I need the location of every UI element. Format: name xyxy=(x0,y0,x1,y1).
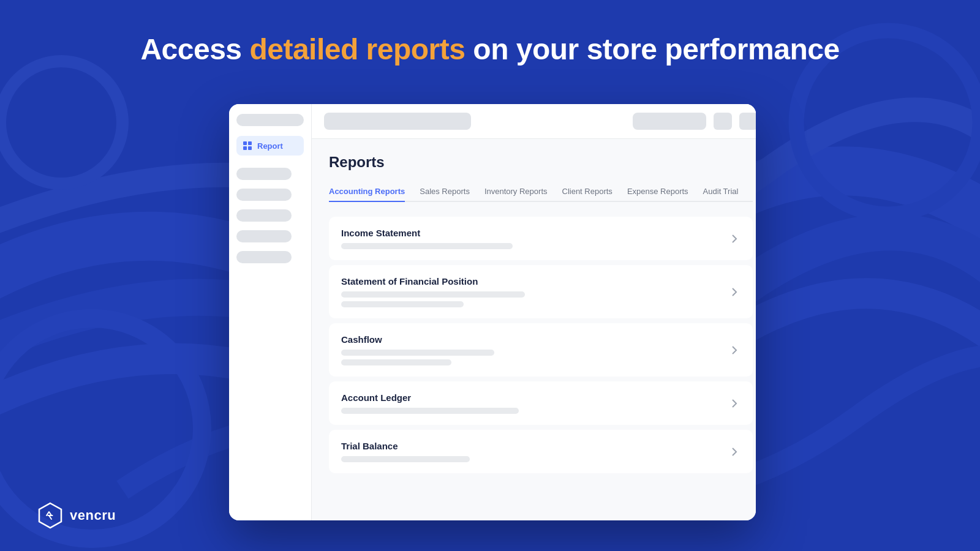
chevron-right-icon xyxy=(728,397,741,410)
chevron-right-icon xyxy=(728,233,741,245)
chevron-right-icon xyxy=(728,446,741,458)
page-title: Reports xyxy=(329,154,753,171)
tab-inventory-reports[interactable]: Inventory Reports xyxy=(484,182,548,202)
sk-line-1 xyxy=(341,350,494,356)
sidebar-sk-4 xyxy=(236,230,292,242)
report-item-title: Income Statement xyxy=(341,228,728,238)
topbar xyxy=(312,104,756,139)
sidebar-skeleton-top xyxy=(236,114,304,126)
logo-icon xyxy=(37,502,64,529)
chevron-right-icon xyxy=(728,286,741,298)
hero-title-highlight: detailed reports xyxy=(249,33,465,66)
sk-line-2 xyxy=(341,359,451,365)
tab-expense-reports[interactable]: Expense Reports xyxy=(627,182,688,202)
report-skeleton-lines xyxy=(341,291,728,307)
topbar-icon-2 xyxy=(739,113,756,130)
report-skeleton-lines xyxy=(341,350,728,365)
tabs-bar: Accounting Reports Sales Reports Invento… xyxy=(329,182,753,202)
app-window: Report Reports Accounting Reports Sales … xyxy=(229,104,756,520)
topbar-search-skeleton xyxy=(324,113,471,130)
main-content: Reports Accounting Reports Sales Reports… xyxy=(312,104,756,520)
svg-rect-6 xyxy=(248,146,252,150)
tab-sales-reports[interactable]: Sales Reports xyxy=(420,182,470,202)
sk-line-1 xyxy=(341,456,470,462)
report-item-left: Cashflow xyxy=(341,334,728,365)
sk-line-1 xyxy=(341,243,513,249)
report-item-trial-balance[interactable]: Trial Balance xyxy=(329,430,753,473)
sidebar-sk-1 xyxy=(236,168,292,180)
sidebar-skeleton-list xyxy=(236,168,304,263)
report-item-left: Income Statement xyxy=(341,228,728,249)
tab-audit-trial[interactable]: Audit Trial xyxy=(703,182,739,202)
report-item-title: Cashflow xyxy=(341,334,728,345)
svg-point-2 xyxy=(0,61,123,184)
report-list: Income Statement Statement of Fina xyxy=(329,217,753,478)
hero-title-prefix: Access xyxy=(140,33,249,66)
topbar-action-skeleton xyxy=(633,113,706,130)
svg-rect-3 xyxy=(243,141,247,145)
svg-rect-5 xyxy=(243,146,247,150)
chevron-right-icon xyxy=(728,344,741,356)
hero-title: Access detailed reports on your store pe… xyxy=(0,32,980,67)
grid-icon xyxy=(243,141,252,151)
sidebar-sk-5 xyxy=(236,251,292,263)
report-skeleton-lines xyxy=(341,456,728,462)
sidebar: Report xyxy=(229,104,312,520)
hero-title-suffix: on your store performance xyxy=(465,33,839,66)
report-item-left: Trial Balance xyxy=(341,441,728,462)
sidebar-sk-3 xyxy=(236,209,292,222)
sk-line-1 xyxy=(341,408,519,414)
report-item-title: Statement of Financial Position xyxy=(341,276,728,287)
report-item-financial-position[interactable]: Statement of Financial Position xyxy=(329,265,753,318)
report-item-title: Trial Balance xyxy=(341,441,728,451)
sk-line-1 xyxy=(341,291,525,298)
logo: vencru xyxy=(37,502,116,529)
sidebar-item-label: Report xyxy=(257,141,283,151)
logo-text: vencru xyxy=(70,508,116,523)
report-item-account-ledger[interactable]: Account Ledger xyxy=(329,381,753,425)
tab-accounting-reports[interactable]: Accounting Reports xyxy=(329,182,405,202)
sidebar-sk-2 xyxy=(236,189,292,201)
report-skeleton-lines xyxy=(341,243,728,249)
report-item-left: Account Ledger xyxy=(341,392,728,414)
report-item-left: Statement of Financial Position xyxy=(341,276,728,307)
report-skeleton-lines xyxy=(341,408,728,414)
svg-rect-4 xyxy=(248,141,252,145)
sk-line-2 xyxy=(341,301,464,307)
sidebar-item-report[interactable]: Report xyxy=(236,136,304,156)
page-body: Reports Accounting Reports Sales Reports… xyxy=(312,139,756,520)
report-item-title: Account Ledger xyxy=(341,392,728,403)
report-item-cashflow[interactable]: Cashflow xyxy=(329,323,753,377)
topbar-icon-1 xyxy=(714,113,732,130)
report-item-income-statement[interactable]: Income Statement xyxy=(329,217,753,260)
tab-client-reports[interactable]: Client Reports xyxy=(562,182,612,202)
